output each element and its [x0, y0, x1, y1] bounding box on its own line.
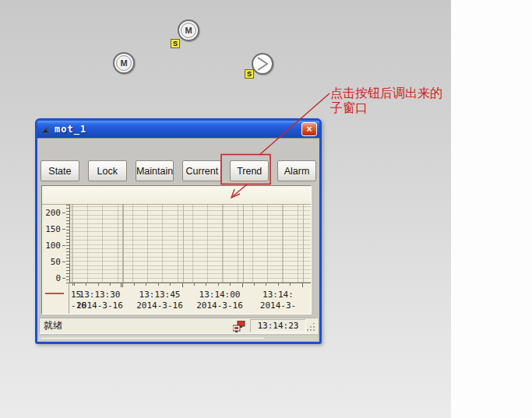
background-white-strip	[451, 0, 532, 418]
plot-grid	[69, 205, 311, 283]
window-bottom-edge	[39, 335, 318, 341]
status-ready-text: 就绪	[40, 319, 62, 332]
chart-area: 200 150 100 50 0	[42, 205, 311, 283]
motor-label: M	[116, 55, 132, 71]
close-button[interactable]: ×	[301, 122, 317, 136]
x-tick: 13:14:2014-3-	[260, 290, 296, 311]
y-tick: 150	[45, 224, 65, 234]
app-icon	[41, 125, 51, 135]
annotation-line-1: 点击按钮后调出来的	[330, 86, 442, 100]
pump-symbol[interactable]	[252, 53, 273, 75]
y-tick: 200	[45, 208, 65, 217]
network-icon	[233, 321, 245, 332]
alarm-button[interactable]: Alarm	[277, 160, 316, 181]
x-tick: 13:14:002014-3-16	[196, 290, 243, 311]
y-tick: 0	[55, 273, 65, 283]
current-button[interactable]: Current	[182, 160, 221, 181]
window-title: mot_1	[55, 124, 86, 135]
series-legend-cell	[42, 283, 69, 314]
status-bar: 就绪 13:14:23	[39, 318, 318, 334]
annotation-text: 点击按钮后调出来的 子窗口	[330, 86, 442, 115]
trend-chart-panel: 200 150 100 50 0 15-16	[41, 185, 312, 314]
status-badge-s-motor: S	[171, 39, 180, 48]
bottom-highlight-line	[41, 338, 264, 339]
state-button[interactable]: State	[41, 160, 79, 181]
window-client-area: State Lock Maintain Current Trend Alarm …	[37, 138, 319, 342]
x-tick: 13:13:452014-3-16	[136, 290, 183, 311]
y-axis-labels: 200 150 100 50 0	[42, 205, 66, 283]
y-tick: 50	[51, 257, 65, 266]
y-tick: 100	[45, 241, 65, 250]
maintain-button[interactable]: Maintain	[136, 160, 174, 181]
trend-header-strip	[42, 186, 311, 205]
motor-label: M	[181, 23, 196, 38]
x-axis-labels: 15-16 13:13:302014-3-16 13:13:452014-3-1…	[42, 287, 311, 314]
close-icon: ×	[306, 125, 312, 134]
pump-chevron-icon	[254, 55, 271, 72]
x-tick: 13:13:302014-3-16	[76, 290, 123, 311]
title-bar[interactable]: mot_1 ×	[37, 121, 319, 138]
trend-button[interactable]: Trend	[230, 160, 269, 181]
x-axis-minor-ticks	[69, 283, 311, 286]
motor-symbol-left[interactable]: M	[113, 52, 135, 74]
resize-grip[interactable]	[306, 322, 316, 332]
lock-button[interactable]: Lock	[88, 160, 127, 181]
motor-symbol-top[interactable]: M	[178, 19, 199, 41]
mot1-window[interactable]: mot_1 × State Lock Maintain Current Tren…	[35, 118, 322, 344]
series-legend-marker	[45, 293, 64, 294]
status-badge-s-pump: S	[245, 69, 254, 79]
status-clock: 13:14:23	[250, 319, 306, 332]
annotation-line-2: 子窗口	[330, 100, 442, 115]
button-row: State Lock Maintain Current Trend Alarm	[41, 160, 316, 181]
